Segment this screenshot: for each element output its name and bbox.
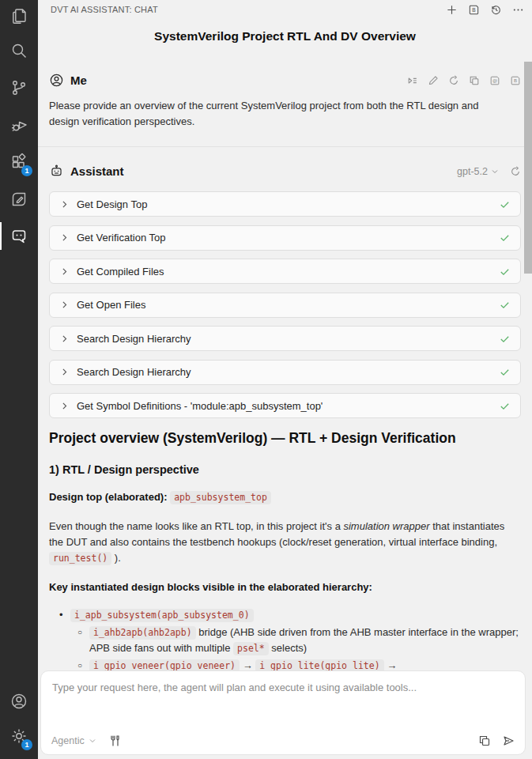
panel-title: DVT AI ASSISTANT: CHAT — [51, 5, 446, 14]
chevron-right-icon — [59, 232, 70, 243]
design-top-line: Design top (elaborated): apb_subsystem_t… — [49, 489, 521, 505]
user-message: Me — [49, 73, 521, 130]
inline-code: apb_subsystem_top — [170, 491, 271, 504]
tool-call-list: Get Design Top Get Verification Top Get … — [49, 191, 521, 418]
assistant-message-header: Assistant gpt-5.2 — [49, 164, 521, 179]
check-icon — [499, 266, 511, 278]
check-icon — [499, 198, 511, 210]
history-icon[interactable] — [490, 4, 502, 16]
chevron-right-icon — [59, 401, 70, 411]
chevron-right-icon — [59, 266, 70, 277]
chevron-right-icon — [59, 367, 70, 377]
answer-subheading: 1) RTL / Design perspective — [49, 463, 521, 476]
tool-card-get-open-files[interactable]: Get Open Files — [49, 293, 521, 318]
chat-panel: DVT AI ASSISTANT: CHAT B — [38, 0, 532, 759]
assistant-avatar-icon — [49, 164, 64, 179]
model-select[interactable]: gpt-5.2 — [457, 166, 500, 177]
mode-select[interactable]: Agentic — [51, 735, 97, 746]
tool-card-get-verification-top[interactable]: Get Verification Top — [49, 225, 521, 251]
message-separator — [38, 146, 532, 147]
user-avatar-icon — [49, 73, 64, 88]
copy-response-icon[interactable] — [478, 734, 491, 747]
chevron-right-icon — [59, 334, 70, 344]
svg-text:B: B — [514, 77, 517, 83]
activity-bar: 1 1 — [0, 0, 38, 759]
account-icon[interactable] — [0, 685, 38, 717]
tool-card-get-symbol-definitions[interactable]: Get Symbol Definitions - 'module:apb_sub… — [49, 393, 521, 418]
edit-message-icon[interactable] — [428, 75, 439, 86]
chevron-right-icon — [59, 300, 70, 310]
panel-header: DVT AI ASSISTANT: CHAT B — [38, 0, 532, 19]
scrollbar-thumb[interactable] — [524, 62, 532, 274]
svg-text:@: @ — [492, 77, 497, 83]
ai-chat-icon[interactable] — [0, 217, 38, 255]
copy-message-icon[interactable] — [469, 75, 480, 86]
settings-badge: 1 — [21, 739, 32, 750]
inline-code: i_ahb2apb(ahb2apb) — [89, 626, 196, 640]
assistant-answer: Project overview (SystemVerilog) — RTL +… — [49, 430, 521, 689]
tool-card-search-design-hierarchy-1[interactable]: Search Design Hierarchy — [49, 326, 521, 351]
check-icon — [499, 400, 511, 412]
pencil-square-icon[interactable] — [0, 180, 38, 217]
tool-card-get-design-top[interactable]: Get Design Top — [49, 191, 521, 217]
model-name: gpt-5.2 — [457, 166, 488, 177]
save-chat-icon[interactable]: B — [468, 4, 480, 16]
user-message-text: Please provide an overview of the curren… — [49, 98, 500, 130]
chat-input[interactable] — [41, 671, 525, 717]
wrapper-paragraph: Even though the name looks like an RTL t… — [49, 519, 521, 566]
extensions-badge: 1 — [21, 165, 32, 176]
new-chat-icon[interactable] — [446, 4, 458, 16]
list-item: i_ahb2apb(ahb2apb) bridge (AHB side driv… — [89, 625, 521, 656]
retry-message-icon[interactable] — [448, 75, 459, 86]
search-icon[interactable] — [0, 32, 38, 69]
chat-input-box: Agentic — [40, 670, 526, 755]
save-prompt-icon[interactable]: @ — [489, 75, 500, 86]
run-debug-icon[interactable] — [0, 106, 38, 143]
check-icon — [499, 299, 511, 311]
insert-prompt-icon[interactable] — [407, 75, 418, 86]
chat-scroll-area: SystemVerilog Project RTL And DV Overvie… — [38, 19, 532, 759]
source-control-icon[interactable] — [0, 69, 38, 106]
regenerate-icon[interactable] — [510, 166, 521, 177]
settings-gear-icon[interactable]: 1 — [0, 717, 38, 754]
send-icon[interactable] — [502, 734, 515, 747]
extensions-icon[interactable]: 1 — [0, 143, 38, 180]
inline-code: run_test() — [49, 552, 111, 565]
inline-code: psel* — [233, 642, 269, 655]
user-sender-name: Me — [70, 74, 87, 87]
tool-card-get-compiled-files[interactable]: Get Compiled Files — [49, 259, 521, 284]
tool-card-search-design-hierarchy-2[interactable]: Search Design Hierarchy — [49, 360, 521, 385]
chat-title: SystemVerilog Project RTL And DV Overvie… — [49, 29, 521, 43]
explorer-icon[interactable] — [0, 0, 38, 32]
more-actions-icon[interactable] — [512, 4, 524, 16]
key-blocks-line: Key instantiated design blocks visible i… — [49, 580, 521, 595]
chevron-right-icon — [59, 199, 70, 210]
chevron-down-icon — [88, 736, 97, 746]
assistant-sender-name: Assistant — [70, 164, 124, 178]
chevron-down-icon — [490, 167, 500, 176]
inline-code: i_apb_subsystem(apb_subsystem_0) — [70, 609, 254, 622]
check-icon — [499, 232, 511, 244]
mode-label: Agentic — [51, 735, 85, 746]
check-icon — [499, 333, 511, 345]
svg-text:B: B — [472, 6, 476, 12]
check-icon — [499, 366, 511, 378]
answer-heading: Project overview (SystemVerilog) — RTL +… — [49, 430, 521, 447]
save-template-icon[interactable]: B — [510, 75, 521, 86]
tools-icon[interactable] — [108, 734, 121, 747]
